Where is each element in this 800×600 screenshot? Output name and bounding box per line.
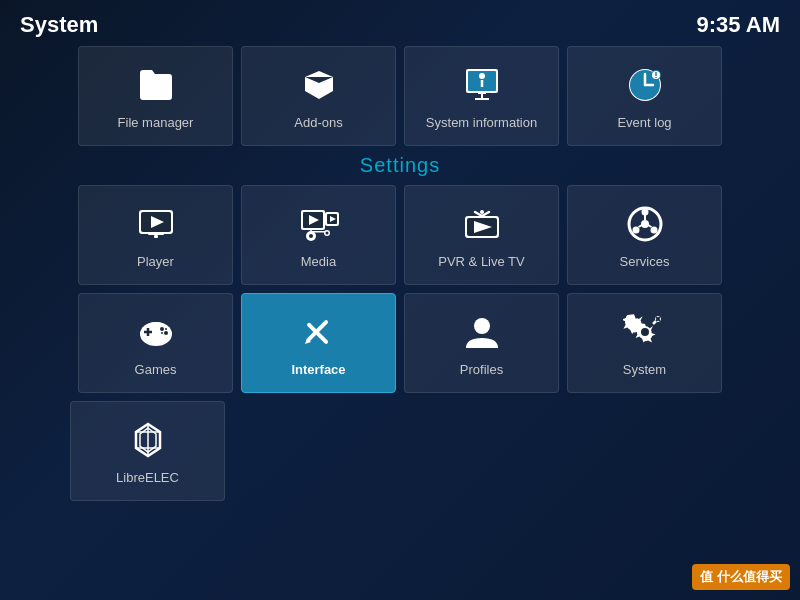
watermark: 值 什么值得买 [692, 564, 790, 590]
grid-item-games[interactable]: Games [78, 293, 233, 393]
system-icon [623, 310, 667, 354]
services-icon [623, 202, 667, 246]
svg-line-45 [638, 225, 642, 227]
profiles-icon [460, 310, 504, 354]
settings-heading: Settings [0, 154, 800, 177]
svg-point-54 [161, 332, 163, 334]
top-row: File manager Add-ons System information [0, 46, 800, 146]
app-title: System [20, 12, 98, 38]
svg-line-71 [136, 424, 148, 432]
media-label: Media [301, 254, 336, 269]
file-manager-label: File manager [118, 115, 194, 130]
svg-point-40 [650, 226, 657, 233]
bottom-row: LibreELEC [0, 401, 800, 501]
svg-point-41 [632, 226, 639, 233]
svg-line-44 [648, 225, 652, 227]
pvr-live-tv-label: PVR & Live TV [438, 254, 524, 269]
profiles-label: Profiles [460, 362, 503, 377]
add-ons-icon [297, 63, 341, 107]
svg-point-42 [641, 220, 649, 228]
svg-point-27 [309, 234, 313, 238]
games-icon [134, 310, 178, 354]
grid-item-add-ons[interactable]: Add-ons [241, 46, 396, 146]
svg-point-5 [479, 73, 485, 79]
settings-row-1: Player Media [0, 185, 800, 285]
event-log-label: Event log [617, 115, 671, 130]
player-icon [134, 202, 178, 246]
media-icon [297, 202, 341, 246]
grid-item-system[interactable]: System [567, 293, 722, 393]
svg-rect-19 [154, 235, 158, 238]
grid-item-file-manager[interactable]: File manager [78, 46, 233, 146]
svg-line-72 [148, 424, 160, 432]
grid-item-event-log[interactable]: Event log [567, 46, 722, 146]
grid-item-libreelec[interactable]: LibreELEC [70, 401, 225, 501]
file-manager-icon [134, 63, 178, 107]
interface-label: Interface [291, 362, 345, 377]
libreelec-icon [126, 418, 170, 462]
svg-point-52 [160, 327, 164, 331]
pvr-live-tv-icon [460, 202, 504, 246]
grid-item-player[interactable]: Player [78, 185, 233, 285]
event-log-icon [623, 63, 667, 107]
grid-item-system-information[interactable]: System information [404, 46, 559, 146]
svg-point-53 [164, 331, 168, 335]
libreelec-label: LibreELEC [116, 470, 179, 485]
clock: 9:35 AM [696, 12, 780, 38]
svg-point-61 [641, 328, 649, 336]
svg-rect-18 [148, 232, 164, 235]
svg-point-36 [480, 210, 484, 214]
games-label: Games [135, 362, 177, 377]
system-information-label: System information [426, 115, 537, 130]
grid-item-media[interactable]: Media [241, 185, 396, 285]
svg-point-31 [325, 231, 328, 234]
svg-point-59 [474, 318, 490, 334]
services-label: Services [620, 254, 670, 269]
system-label: System [623, 362, 666, 377]
grid-item-interface[interactable]: Interface [241, 293, 396, 393]
grid-item-profiles[interactable]: Profiles [404, 293, 559, 393]
grid-item-pvr-live-tv[interactable]: PVR & Live TV [404, 185, 559, 285]
svg-point-39 [641, 208, 648, 215]
system-information-icon [460, 63, 504, 107]
app-header: System 9:35 AM [0, 0, 800, 46]
settings-row-2: Games Interface Profiles [0, 293, 800, 393]
svg-point-55 [165, 328, 167, 330]
player-label: Player [137, 254, 174, 269]
interface-icon [297, 310, 341, 354]
grid-item-services[interactable]: Services [567, 185, 722, 285]
add-ons-label: Add-ons [294, 115, 342, 130]
